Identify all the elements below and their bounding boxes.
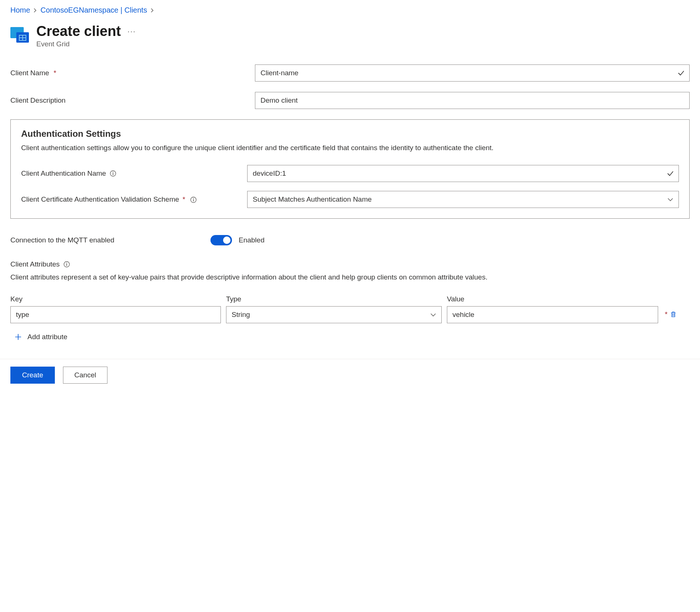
attr-col-value-header: Value (447, 295, 658, 303)
client-name-input[interactable] (255, 64, 690, 82)
chevron-right-icon (33, 6, 37, 14)
mqtt-enabled-toggle[interactable] (210, 235, 232, 245)
mqtt-enabled-label: Connection to the MQTT enabled (10, 236, 210, 244)
svg-point-9 (193, 198, 194, 199)
attr-col-type-header: Type (226, 295, 442, 303)
info-icon[interactable] (63, 260, 71, 268)
client-name-label: Client Name* (10, 69, 255, 77)
svg-point-12 (66, 262, 67, 263)
required-indicator: * (665, 310, 667, 318)
svg-rect-7 (113, 173, 113, 175)
svg-point-6 (113, 172, 113, 172)
footer-actions: Create Cancel (0, 359, 700, 391)
event-grid-icon (10, 26, 30, 43)
attribute-row: String * (10, 306, 690, 323)
cert-validation-scheme-select[interactable]: Subject Matches Authentication Name (247, 191, 679, 208)
client-auth-name-input[interactable] (247, 165, 679, 182)
mqtt-enabled-status: Enabled (239, 236, 265, 244)
breadcrumb-namespace-clients[interactable]: ContosoEGNamespace | Clients (40, 6, 147, 14)
attr-key-input[interactable] (10, 306, 221, 323)
create-button[interactable]: Create (10, 367, 55, 384)
info-icon[interactable] (189, 196, 198, 204)
more-actions-button[interactable]: ··· (127, 27, 136, 36)
delete-attribute-button[interactable] (670, 310, 678, 319)
page-title: Create client (36, 23, 121, 39)
add-attribute-button[interactable]: Add attribute (10, 330, 67, 344)
attr-col-key-header: Key (10, 295, 221, 303)
page-header: Create client ··· Event Grid (10, 23, 690, 48)
client-attributes-heading: Client Attributes (10, 260, 60, 268)
breadcrumb-home[interactable]: Home (10, 6, 30, 14)
attr-type-select[interactable]: String (226, 306, 442, 323)
chevron-right-icon (150, 6, 155, 14)
attr-value-input[interactable] (447, 306, 658, 323)
auth-settings-description: Client authentication settings allow you… (21, 143, 679, 153)
cert-validation-scheme-label: Client Certificate Authentication Valida… (21, 195, 247, 204)
page-subtitle: Event Grid (36, 40, 136, 48)
svg-rect-10 (193, 199, 194, 201)
client-description-label: Client Description (10, 96, 255, 105)
plus-icon (14, 333, 22, 341)
auth-settings-heading: Authentication Settings (21, 129, 679, 139)
breadcrumb: Home ContosoEGNamespace | Clients (10, 6, 690, 14)
client-attributes-description: Client attributes represent a set of key… (10, 272, 690, 283)
cancel-button[interactable]: Cancel (63, 367, 107, 384)
client-auth-name-label: Client Authentication Name (21, 169, 247, 178)
client-description-input[interactable] (255, 92, 690, 109)
svg-rect-13 (66, 264, 67, 266)
authentication-settings-panel: Authentication Settings Client authentic… (10, 119, 690, 219)
info-icon[interactable] (109, 169, 117, 178)
